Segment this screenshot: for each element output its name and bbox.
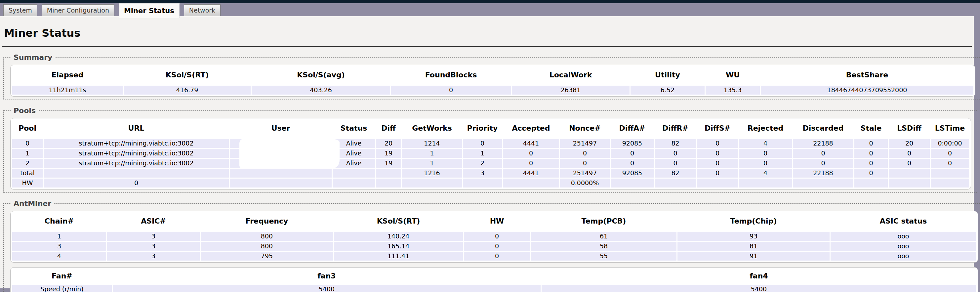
table-cell (931, 179, 969, 188)
table-cell: 0 (655, 149, 696, 158)
tab-miner-configuration[interactable]: Miner Configuration (42, 4, 115, 16)
antminer-legend: AntMiner (11, 199, 54, 207)
table-cell: 0 (697, 149, 738, 158)
column-header: DiffR# (655, 120, 696, 138)
column-header: DiffA# (611, 120, 654, 138)
column-header: Chain# (12, 213, 106, 231)
table-cell: ooo (830, 242, 976, 251)
table-row: 13800140.2406193ooo (12, 232, 976, 241)
chains-table-container: Chain#ASIC#FrequencyKSol/S(RT)HWTemp(PCB… (10, 211, 978, 263)
table-cell: 82 (655, 169, 696, 177)
table-cell: 0 (889, 159, 930, 168)
column-header: KSol/S(avg) (251, 67, 390, 85)
column-header: Rejected (739, 120, 792, 138)
page-title: Miner Status (0, 16, 974, 39)
table-row: HW0 0.0000% (12, 179, 969, 188)
table-cell: 55 (531, 252, 676, 260)
table-cell: 1216 (402, 169, 462, 177)
table-cell: 0 (854, 169, 888, 177)
table-cell: 251497 (560, 139, 610, 148)
table-cell: 1214 (402, 139, 462, 148)
table-cell: 0 (655, 159, 696, 168)
table-cell: 1 (12, 232, 106, 241)
table-cell: 140.24 (334, 232, 463, 241)
table-cell: 0:00:00 (931, 139, 969, 148)
column-header: Pool (12, 120, 43, 138)
table-cell: 0 (739, 159, 792, 168)
table-cell: 0 (464, 232, 530, 241)
table-cell: 91 (678, 252, 830, 260)
column-header: ASIC# (107, 213, 200, 231)
summary-section: Summary ElapsedKSol/S(RT)KSol/S(avg)Foun… (3, 53, 980, 100)
table-row: 2stratum+tcp://mining.viabtc.io:3002 Ali… (12, 159, 969, 168)
content-area: Miner Status Summary ElapsedKSol/S(RT)KS… (0, 16, 974, 288)
table-cell: 4 (739, 139, 792, 148)
table-cell: 4 (739, 169, 792, 177)
column-header: KSol/S(RT) (124, 67, 251, 85)
table-cell: 3 (107, 242, 200, 251)
fans-table-container: Fan#fan3fan4Speed (r/min)54005400 (10, 267, 978, 292)
tab-network[interactable]: Network (184, 4, 221, 16)
table-cell (931, 169, 969, 177)
column-header: Diff (376, 120, 401, 138)
tab-miner-status[interactable]: Miner Status (119, 3, 180, 18)
table-cell: 3 (107, 252, 200, 260)
table-cell: 3 (12, 242, 106, 251)
summary-table: ElapsedKSol/S(RT)KSol/S(avg)FoundBlocksL… (11, 66, 974, 96)
table-cell: 251497 (560, 169, 610, 177)
table-cell: 403.26 (251, 86, 390, 94)
table-cell: 0 (854, 149, 888, 158)
table-cell: 0 (391, 86, 511, 94)
table-cell: 93 (678, 232, 830, 241)
column-header: Fan# (12, 269, 112, 284)
table-cell: 0 (560, 149, 610, 158)
table-cell: 0 (12, 139, 43, 148)
table-cell: 92085 (611, 169, 654, 177)
table-cell: 0.0000% (560, 179, 610, 188)
table-cell (230, 179, 332, 188)
table-cell (503, 179, 559, 188)
pools-table-container: PoolURLUserStatusDiffGetWorksPriorityAcc… (10, 118, 971, 190)
column-header: LSTime (931, 120, 969, 138)
table-cell: 0 (560, 159, 610, 168)
table-cell: 0 (463, 139, 502, 148)
table-cell: 795 (201, 252, 333, 260)
table-cell: 0 (931, 159, 969, 168)
table-row: total 121634441251497920858204221880 (12, 169, 969, 177)
column-header: Stale (854, 120, 888, 138)
table-cell (463, 179, 502, 188)
table-cell: 0 (739, 149, 792, 158)
table-cell: 20 (376, 139, 401, 148)
header-row: ElapsedKSol/S(RT)KSol/S(avg)FoundBlocksL… (12, 67, 974, 85)
table-cell: 0 (611, 159, 654, 168)
tab-system[interactable]: System (3, 4, 37, 16)
table-cell (793, 179, 853, 188)
table-cell: 0 (793, 159, 853, 168)
table-cell: 0 (503, 159, 559, 168)
table-row: 0stratum+tcp://mining.viabtc.io:3002 Ali… (12, 139, 969, 148)
column-header: fan4 (542, 269, 976, 284)
table-row: 43795111.4105591ooo (12, 252, 976, 260)
table-cell: 0 (611, 149, 654, 158)
column-header: Temp(PCB) (531, 213, 676, 231)
table-row: 1stratum+tcp://mining.viabtc.io:3002 Ali… (12, 149, 969, 158)
column-header: BestShare (761, 67, 974, 85)
table-cell: 20 (889, 139, 930, 148)
column-header: Status (332, 120, 375, 138)
table-cell: 19 (376, 159, 401, 168)
table-cell: 0 (793, 149, 853, 158)
table-cell: 800 (201, 232, 333, 241)
table-cell: 2 (12, 159, 43, 168)
table-cell: 4441 (503, 139, 559, 148)
table-cell: 0 (697, 169, 738, 177)
table-cell: 0 (931, 149, 969, 158)
table-cell: 0 (854, 159, 888, 168)
column-header: WU (706, 67, 760, 85)
table-cell: total (12, 169, 43, 177)
user-redaction-overlay (239, 139, 340, 168)
column-header: HW (464, 213, 530, 231)
table-cell (697, 179, 738, 188)
table-cell: 0 (464, 242, 530, 251)
pools-table: PoolURLUserStatusDiffGetWorksPriorityAcc… (11, 119, 970, 188)
table-row: 11h21m11s416.79403.260263816.52135.31844… (12, 86, 974, 94)
